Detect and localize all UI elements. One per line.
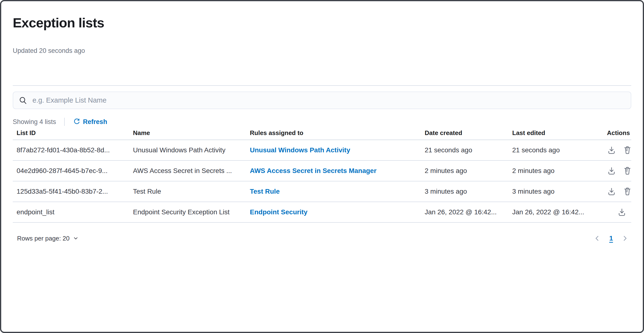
- date-created-cell: 3 minutes ago: [425, 188, 512, 195]
- last-edited-cell: 21 seconds ago: [512, 146, 607, 154]
- download-icon: [618, 208, 626, 216]
- delete-button[interactable]: [623, 146, 632, 155]
- column-header-date-created: Date created: [425, 129, 512, 137]
- trash-icon: [623, 146, 632, 154]
- chevron-down-icon: [73, 236, 79, 241]
- page-title: Exception lists: [13, 14, 631, 31]
- table-row: 125d33a5-5f41-45b0-83b7-2... Test Rule T…: [13, 181, 631, 202]
- toolbar-divider: [64, 118, 65, 126]
- column-header-rules: Rules assigned to: [250, 129, 425, 137]
- table-row: 04e2d960-287f-4645-b7ec-9... AWS Access …: [13, 161, 631, 181]
- page-number-1[interactable]: 1: [609, 235, 613, 242]
- name-cell: Unusual Windows Path Activity: [133, 146, 250, 154]
- download-icon: [608, 187, 616, 196]
- column-header-actions: Actions: [607, 129, 631, 137]
- column-header-name: Name: [133, 129, 250, 137]
- name-cell: Test Rule: [133, 188, 250, 195]
- download-button[interactable]: [607, 187, 616, 196]
- last-edited-cell: 3 minutes ago: [512, 188, 607, 195]
- app-window: Exception lists Updated 20 seconds ago S…: [0, 0, 644, 333]
- delete-button[interactable]: [623, 166, 632, 175]
- table-pagination: Rows per page: 20 1: [13, 229, 631, 248]
- chevron-right-icon: [622, 235, 628, 242]
- chevron-left-icon: [594, 235, 601, 242]
- table-header-row: List ID Name Rules assigned to Date crea…: [13, 126, 631, 140]
- column-header-last-edited: Last edited: [512, 129, 607, 137]
- date-created-cell: 2 minutes ago: [425, 167, 512, 175]
- table-toolbar: Showing 4 lists Refresh: [13, 117, 631, 126]
- list-id-cell: endpoint_list: [13, 208, 133, 216]
- exception-lists-table: List ID Name Rules assigned to Date crea…: [13, 126, 631, 223]
- next-page-button[interactable]: [620, 234, 630, 243]
- rule-link[interactable]: Unusual Windows Path Activity: [250, 146, 350, 154]
- refresh-button[interactable]: Refresh: [73, 118, 107, 126]
- list-id-cell: 125d33a5-5f41-45b0-83b7-2...: [13, 188, 133, 195]
- pager: 1: [592, 234, 630, 243]
- updated-status: Updated 20 seconds ago: [13, 47, 631, 54]
- result-count: Showing 4 lists: [13, 118, 56, 126]
- refresh-label: Refresh: [83, 118, 107, 126]
- delete-button[interactable]: [623, 187, 632, 196]
- search-input[interactable]: [32, 96, 625, 104]
- header-divider: [13, 85, 631, 86]
- trash-icon: [623, 187, 632, 196]
- download-button[interactable]: [607, 146, 616, 155]
- table-row: 8f7ab272-fd01-430a-8b52-8d... Unusual Wi…: [13, 140, 631, 161]
- rule-link[interactable]: Test Rule: [250, 188, 280, 195]
- column-header-list-id: List ID: [13, 129, 133, 137]
- rule-link[interactable]: Endpoint Security: [250, 208, 308, 216]
- list-id-cell: 04e2d960-287f-4645-b7ec-9...: [13, 167, 133, 175]
- name-cell: Endpoint Security Exception List: [133, 208, 250, 216]
- last-edited-cell: Jan 26, 2022 @ 16:42...: [512, 208, 607, 216]
- download-button[interactable]: [617, 208, 626, 217]
- table-row: endpoint_list Endpoint Security Exceptio…: [13, 202, 631, 223]
- previous-page-button[interactable]: [592, 234, 602, 243]
- rule-link[interactable]: AWS Access Secret in Secrets Manager: [250, 167, 376, 174]
- search-bar[interactable]: [13, 91, 631, 109]
- list-id-cell: 8f7ab272-fd01-430a-8b52-8d...: [13, 146, 133, 154]
- rows-per-page-button[interactable]: Rows per page: 20: [17, 235, 79, 242]
- refresh-icon: [73, 118, 80, 125]
- name-cell: AWS Access Secret in Secrets ...: [133, 167, 250, 175]
- last-edited-cell: 2 minutes ago: [512, 167, 607, 175]
- date-created-cell: 21 seconds ago: [425, 146, 512, 154]
- trash-icon: [623, 167, 632, 175]
- rows-per-page-label: Rows per page: 20: [17, 235, 70, 242]
- download-button[interactable]: [607, 166, 616, 175]
- download-icon: [608, 146, 616, 154]
- search-icon: [19, 96, 27, 104]
- date-created-cell: Jan 26, 2022 @ 16:42...: [425, 208, 512, 216]
- download-icon: [608, 167, 616, 175]
